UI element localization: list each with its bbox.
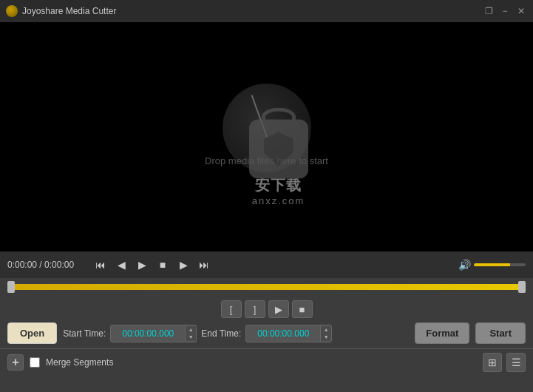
start-time-input[interactable]	[111, 325, 185, 342]
watermark-bag-icon	[249, 120, 308, 179]
mark-out-button[interactable]: ]	[245, 300, 265, 318]
start-button[interactable]: Start	[475, 322, 526, 344]
app-icon	[6, 5, 18, 17]
timeline-area	[0, 278, 533, 296]
stop-segment-button[interactable]: ■	[292, 300, 313, 318]
skip-forward-button[interactable]: ⏭	[195, 256, 213, 274]
skip-back-button[interactable]: ⏮	[92, 256, 109, 274]
title-bar: Joyoshare Media Cutter ❐ − ✕	[0, 0, 533, 22]
end-time-input-wrap: ▲ ▼	[245, 325, 332, 342]
start-time-up[interactable]: ▲	[186, 326, 196, 334]
open-button[interactable]: Open	[7, 322, 57, 344]
timeline-handle-left[interactable]	[7, 281, 15, 293]
time-fields: Start Time: ▲ ▼ End Time: ▲ ▼	[63, 325, 409, 342]
list-icon-button[interactable]: ☰	[506, 353, 526, 372]
add-segment-button[interactable]: +	[7, 354, 24, 371]
bottom-section: [ ] ▶ ■ Open Start Time: ▲ ▼ End Time: ▲…	[0, 296, 533, 348]
end-time-down[interactable]: ▼	[321, 334, 331, 341]
watermark-shield-icon	[264, 132, 293, 166]
mark-in-button[interactable]: [	[221, 300, 242, 318]
end-time-label: End Time:	[201, 328, 241, 339]
time-display: 0:00:00 / 0:00:00	[7, 260, 81, 270]
main-controls-row: Open Start Time: ▲ ▼ End Time: ▲ ▼ Forma…	[7, 322, 526, 344]
start-time-down[interactable]: ▼	[186, 334, 196, 341]
stop-button[interactable]: ■	[154, 256, 172, 274]
format-button[interactable]: Format	[415, 322, 469, 344]
minimize-button[interactable]: −	[499, 5, 511, 17]
layout-icon-button[interactable]: ⊞	[483, 353, 502, 372]
volume-icon: 🔊	[458, 259, 471, 271]
timeline-handle-right[interactable]	[518, 281, 526, 293]
footer-right-buttons: ⊞ ☰	[483, 353, 526, 372]
segment-controls-row: [ ] ▶ ■	[7, 300, 526, 318]
merge-segments-label: Merge Segments	[46, 357, 113, 368]
step-back-button[interactable]: ◀	[112, 256, 130, 274]
volume-slider[interactable]	[474, 263, 526, 266]
start-time-input-wrap: ▲ ▼	[110, 325, 197, 342]
app-title: Joyoshare Media Cutter	[22, 6, 478, 16]
close-button[interactable]: ✕	[515, 5, 527, 17]
watermark-overlay: 安下载 anxz.com	[249, 120, 308, 206]
end-time-spinners: ▲ ▼	[320, 326, 331, 341]
play-segment-button[interactable]: ▶	[268, 300, 289, 318]
start-time-spinners: ▲ ▼	[185, 326, 196, 341]
merge-segments-checkbox[interactable]	[30, 357, 40, 368]
step-forward-button[interactable]: ▶	[174, 256, 192, 274]
footer-bar: + Merge Segments ⊞ ☰	[0, 348, 533, 375]
watermark-sub: anxz.com	[252, 195, 305, 206]
play-button[interactable]: ▶	[133, 256, 151, 274]
playback-controls-bar: 0:00:00 / 0:00:00 ⏮ ◀ ▶ ■ ▶ ⏭ 🔊	[0, 251, 533, 278]
video-player: Drop media files here to start 安下载 anxz.…	[0, 22, 533, 251]
maximize-button[interactable]: ❐	[483, 5, 495, 17]
volume-area: 🔊	[458, 259, 526, 271]
end-time-input[interactable]	[246, 325, 320, 342]
timeline-bar[interactable]	[7, 284, 526, 290]
start-time-label: Start Time:	[63, 328, 106, 339]
end-time-up[interactable]: ▲	[321, 326, 331, 334]
